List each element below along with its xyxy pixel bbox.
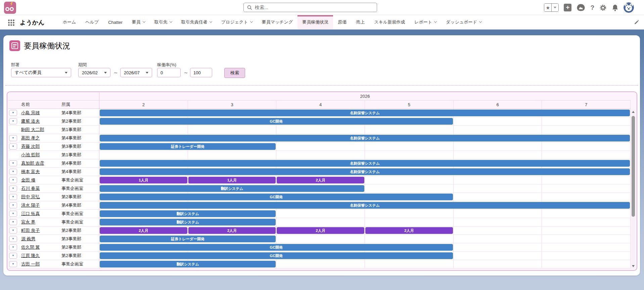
member-link[interactable]: 小池 哲郎 [21, 152, 40, 158]
gantt-bar[interactable]: 証券トレーダー開発 [100, 143, 276, 150]
member-link[interactable]: 古田 一郎 [21, 261, 40, 267]
member-link[interactable]: 石川 春菜 [21, 185, 40, 192]
gantt-bar[interactable]: 名刺保管システム [100, 160, 630, 167]
nav-item[interactable]: 原価 [333, 15, 351, 29]
department-select[interactable]: すべての要員 [11, 68, 71, 77]
gantt-bar[interactable]: 1人月 [188, 177, 276, 183]
expand-row-button[interactable]: ▼ [9, 185, 17, 192]
nav-item[interactable]: スキル新規作成 [369, 15, 410, 29]
member-link[interactable]: 橋本 富夫 [21, 169, 40, 175]
gantt-bar[interactable]: 名刺保管システム [100, 110, 630, 116]
gantt-bar[interactable]: 翻訳システム [100, 261, 276, 267]
nav-item[interactable]: 要員 [127, 15, 150, 29]
member-link[interactable]: 清水 陽子 [21, 202, 40, 208]
member-link[interactable]: 江口 拓真 [21, 211, 40, 217]
expand-row-button[interactable]: ▼ [9, 211, 17, 217]
nav-item[interactable]: ダッシュボード [441, 15, 486, 29]
setup-gear-button[interactable] [599, 4, 607, 11]
global-search[interactable] [243, 3, 377, 12]
member-link[interactable]: 小島 宗雄 [21, 110, 40, 116]
nav-item[interactable]: 取引先責任者 [177, 15, 217, 29]
star-icon: ★ [546, 5, 550, 10]
member-link[interactable]: 佐久間 翼 [21, 244, 40, 250]
expand-row-button[interactable]: ▼ [9, 236, 17, 242]
member-link[interactable]: 源 義男 [21, 236, 36, 242]
period-to-select[interactable]: 2026/07 [120, 68, 152, 77]
month-cell [454, 218, 542, 226]
user-avatar[interactable] [624, 2, 634, 13]
rate-max-input[interactable] [193, 70, 209, 75]
expand-row-button[interactable]: ▼ [9, 253, 17, 259]
expand-row-button[interactable]: ▼ [9, 110, 17, 116]
nav-item[interactable]: Chatter [103, 15, 127, 29]
expand-row-button[interactable]: ▼ [9, 143, 17, 150]
help-button[interactable]: ? [590, 4, 594, 11]
global-actions-button[interactable]: + [564, 4, 571, 11]
rate-min-input[interactable] [160, 70, 177, 75]
global-search-input[interactable] [255, 5, 373, 10]
nav-item[interactable]: 要員稼働状況 [297, 15, 333, 29]
expand-row-button[interactable]: ▼ [9, 118, 17, 124]
nav-item[interactable]: ホーム [58, 15, 81, 29]
expand-row-button[interactable]: ▼ [9, 177, 17, 183]
gantt-bar[interactable]: 2人月 [100, 227, 187, 234]
gantt-bar[interactable]: 名刺保管システム [100, 168, 630, 175]
expand-row-button[interactable]: ▼ [9, 194, 17, 200]
gantt-bar[interactable]: 2人月 [188, 227, 276, 234]
gantt-bar[interactable]: GC開発 [100, 194, 453, 200]
scrollbar-thumb[interactable] [632, 116, 635, 217]
nav-item[interactable]: 売上 [351, 15, 369, 29]
gantt-bar[interactable]: 名刺保管システム [100, 135, 630, 141]
nav-item[interactable]: 要員マッチング [257, 15, 298, 29]
expand-row-button[interactable]: ▼ [9, 160, 17, 166]
member-link[interactable]: 駒田 大二郎 [21, 127, 44, 133]
scroll-up-arrow[interactable] [631, 110, 635, 114]
member-link[interactable]: 江原 隆久 [21, 253, 40, 259]
month-cell [542, 126, 631, 134]
gantt-bar[interactable]: 2人月 [277, 227, 364, 234]
expand-row-button[interactable]: ▼ [9, 169, 17, 175]
vertical-scrollbar[interactable] [631, 110, 635, 268]
expand-row-button[interactable]: ▼ [9, 227, 17, 234]
notifications-bell-button[interactable] [612, 4, 618, 11]
gantt-bar[interactable]: GC開発 [100, 252, 453, 259]
favorites-star-button[interactable]: ★ [544, 4, 551, 11]
month-cell [276, 210, 365, 218]
gantt-bar[interactable]: 翻訳システム [100, 185, 364, 192]
gantt-bar[interactable]: GC開発 [100, 244, 453, 251]
member-link[interactable]: 鷹觜 道夫 [21, 118, 40, 124]
trailhead-button[interactable] [577, 4, 585, 12]
member-link[interactable]: 斉藤 次郎 [21, 143, 40, 150]
gantt-bar[interactable]: GC開発 [100, 118, 453, 125]
member-link[interactable]: 宮永 界 [21, 219, 36, 225]
gantt-bar[interactable]: 1人月 [100, 177, 187, 183]
gantt-bar[interactable]: 2人月 [365, 227, 453, 234]
nav-item[interactable]: ヘルプ [81, 15, 103, 29]
expand-row-button[interactable]: ▼ [9, 135, 17, 141]
member-link[interactable]: 金田 修 [21, 177, 36, 183]
gantt-bar[interactable]: 名刺保管システム [100, 202, 630, 209]
member-link[interactable]: 町田 良子 [21, 227, 40, 234]
member-link[interactable]: 真加部 吉彦 [21, 160, 44, 166]
member-link[interactable]: 田中 宗弘 [21, 194, 40, 200]
favorites-menu-button[interactable] [551, 4, 558, 11]
nav-item[interactable]: レポート [410, 15, 441, 29]
nav-item-label: ダッシュボード [446, 19, 477, 25]
expand-row-button[interactable]: ▼ [9, 202, 17, 208]
gantt-bar[interactable]: 翻訳システム [100, 210, 276, 217]
rate-tilde: ～ [183, 70, 188, 76]
gantt-bar[interactable]: 証券トレーダー開発 [100, 236, 276, 242]
period-from-select[interactable]: 2026/02 [78, 68, 110, 77]
app-launcher-waffle-icon[interactable] [8, 19, 14, 26]
gantt-bar[interactable]: 翻訳システム [100, 219, 276, 225]
scroll-down-arrow[interactable] [631, 264, 635, 268]
gantt-bar[interactable]: 2人月 [277, 177, 364, 183]
expand-row-button[interactable]: ▼ [9, 219, 17, 225]
expand-row-button[interactable]: ▼ [9, 261, 17, 267]
edit-navigation-pencil-icon[interactable] [634, 19, 639, 25]
search-button[interactable]: 検索 [224, 68, 245, 78]
nav-item[interactable]: 取引先 [150, 15, 177, 29]
nav-item[interactable]: プロジェクト [217, 15, 257, 29]
expand-row-button[interactable]: ▼ [9, 244, 17, 250]
member-link[interactable]: 高田 孝之 [21, 135, 40, 141]
